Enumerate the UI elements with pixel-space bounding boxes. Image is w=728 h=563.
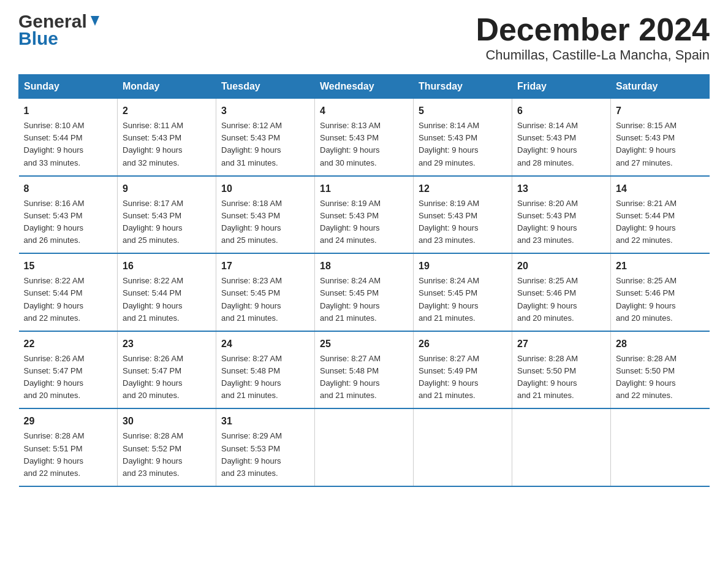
day-info: Sunrise: 8:29 AM Sunset: 5:53 PM Dayligh…	[221, 430, 309, 480]
calendar-cell: 19 Sunrise: 8:24 AM Sunset: 5:45 PM Dayl…	[414, 253, 512, 331]
calendar-cell: 25 Sunrise: 8:27 AM Sunset: 5:48 PM Dayl…	[315, 331, 414, 409]
day-info: Sunrise: 8:26 AM Sunset: 5:47 PM Dayligh…	[123, 353, 211, 402]
calendar-cell: 11 Sunrise: 8:19 AM Sunset: 5:43 PM Dayl…	[315, 176, 414, 254]
svg-marker-0	[91, 16, 99, 26]
calendar-cell	[315, 408, 414, 486]
day-number: 2	[123, 104, 211, 118]
day-number: 8	[24, 182, 113, 196]
calendar-cell: 9 Sunrise: 8:17 AM Sunset: 5:43 PM Dayli…	[118, 176, 216, 254]
day-info: Sunrise: 8:26 AM Sunset: 5:47 PM Dayligh…	[24, 353, 113, 402]
day-info: Sunrise: 8:19 AM Sunset: 5:43 PM Dayligh…	[320, 197, 408, 247]
day-number: 29	[24, 414, 113, 429]
day-number: 31	[221, 414, 309, 429]
calendar-cell: 29 Sunrise: 8:28 AM Sunset: 5:51 PM Dayl…	[19, 408, 118, 486]
calendar-cell: 5 Sunrise: 8:14 AM Sunset: 5:43 PM Dayli…	[414, 99, 512, 176]
day-info: Sunrise: 8:19 AM Sunset: 5:43 PM Dayligh…	[419, 197, 507, 247]
day-info: Sunrise: 8:20 AM Sunset: 5:43 PM Dayligh…	[517, 197, 605, 247]
calendar-cell: 30 Sunrise: 8:28 AM Sunset: 5:52 PM Dayl…	[118, 408, 216, 486]
day-number: 16	[123, 259, 211, 274]
day-info: Sunrise: 8:25 AM Sunset: 5:46 PM Dayligh…	[616, 275, 705, 324]
day-number: 9	[123, 182, 211, 196]
day-number: 19	[419, 259, 507, 274]
day-number: 10	[221, 182, 309, 196]
day-number: 12	[419, 182, 507, 196]
day-number: 24	[221, 337, 309, 351]
calendar-cell: 23 Sunrise: 8:26 AM Sunset: 5:47 PM Dayl…	[118, 331, 216, 409]
day-info: Sunrise: 8:28 AM Sunset: 5:50 PM Dayligh…	[517, 353, 605, 402]
calendar-cell: 28 Sunrise: 8:28 AM Sunset: 5:50 PM Dayl…	[611, 331, 710, 409]
page-subtitle: Chumillas, Castille-La Mancha, Spain	[476, 47, 710, 63]
page-header: General Blue December 2024 Chumillas, Ca…	[18, 12, 710, 63]
calendar-cell: 10 Sunrise: 8:18 AM Sunset: 5:43 PM Dayl…	[216, 176, 315, 254]
calendar-cell: 1 Sunrise: 8:10 AM Sunset: 5:44 PM Dayli…	[19, 99, 118, 176]
day-info: Sunrise: 8:12 AM Sunset: 5:43 PM Dayligh…	[221, 120, 309, 169]
calendar-cell: 14 Sunrise: 8:21 AM Sunset: 5:44 PM Dayl…	[611, 176, 710, 254]
calendar-cell: 7 Sunrise: 8:15 AM Sunset: 5:43 PM Dayli…	[611, 99, 710, 176]
header-monday: Monday	[118, 75, 216, 99]
logo: General Blue	[18, 12, 102, 49]
calendar-cell: 12 Sunrise: 8:19 AM Sunset: 5:43 PM Dayl…	[414, 176, 512, 254]
calendar-week-row: 15 Sunrise: 8:22 AM Sunset: 5:44 PM Dayl…	[19, 253, 710, 331]
calendar-cell: 13 Sunrise: 8:20 AM Sunset: 5:43 PM Dayl…	[512, 176, 611, 254]
calendar-cell: 3 Sunrise: 8:12 AM Sunset: 5:43 PM Dayli…	[216, 99, 315, 176]
day-number: 25	[320, 337, 408, 351]
header-thursday: Thursday	[414, 75, 512, 99]
day-number: 15	[24, 259, 113, 274]
calendar-week-row: 22 Sunrise: 8:26 AM Sunset: 5:47 PM Dayl…	[19, 331, 710, 409]
day-info: Sunrise: 8:24 AM Sunset: 5:45 PM Dayligh…	[320, 275, 408, 324]
day-info: Sunrise: 8:22 AM Sunset: 5:44 PM Dayligh…	[24, 275, 113, 324]
calendar-table: SundayMondayTuesdayWednesdayThursdayFrid…	[18, 74, 710, 487]
calendar-header-row: SundayMondayTuesdayWednesdayThursdayFrid…	[19, 75, 710, 99]
day-number: 30	[123, 414, 211, 429]
day-info: Sunrise: 8:28 AM Sunset: 5:51 PM Dayligh…	[24, 430, 113, 480]
day-number: 4	[320, 104, 408, 118]
calendar-cell: 20 Sunrise: 8:25 AM Sunset: 5:46 PM Dayl…	[512, 253, 611, 331]
calendar-week-row: 8 Sunrise: 8:16 AM Sunset: 5:43 PM Dayli…	[19, 176, 710, 254]
day-number: 21	[616, 259, 705, 274]
calendar-cell	[512, 408, 611, 486]
day-info: Sunrise: 8:16 AM Sunset: 5:43 PM Dayligh…	[24, 197, 113, 247]
day-number: 13	[517, 182, 605, 196]
day-info: Sunrise: 8:15 AM Sunset: 5:43 PM Dayligh…	[616, 120, 705, 169]
day-info: Sunrise: 8:25 AM Sunset: 5:46 PM Dayligh…	[517, 275, 605, 324]
day-info: Sunrise: 8:24 AM Sunset: 5:45 PM Dayligh…	[419, 275, 507, 324]
day-number: 7	[616, 104, 705, 118]
header-friday: Friday	[512, 75, 611, 99]
day-info: Sunrise: 8:18 AM Sunset: 5:43 PM Dayligh…	[221, 197, 309, 247]
day-number: 11	[320, 182, 408, 196]
day-info: Sunrise: 8:22 AM Sunset: 5:44 PM Dayligh…	[123, 275, 211, 324]
day-info: Sunrise: 8:27 AM Sunset: 5:48 PM Dayligh…	[320, 353, 408, 402]
calendar-cell: 8 Sunrise: 8:16 AM Sunset: 5:43 PM Dayli…	[19, 176, 118, 254]
day-info: Sunrise: 8:21 AM Sunset: 5:44 PM Dayligh…	[616, 197, 705, 247]
header-sunday: Sunday	[19, 75, 118, 99]
calendar-cell: 21 Sunrise: 8:25 AM Sunset: 5:46 PM Dayl…	[611, 253, 710, 331]
calendar-cell	[414, 408, 512, 486]
calendar-cell: 6 Sunrise: 8:14 AM Sunset: 5:43 PM Dayli…	[512, 99, 611, 176]
day-number: 20	[517, 259, 605, 274]
page-title: December 2024	[476, 12, 710, 47]
day-info: Sunrise: 8:10 AM Sunset: 5:44 PM Dayligh…	[24, 120, 113, 169]
header-saturday: Saturday	[611, 75, 710, 99]
calendar-cell: 4 Sunrise: 8:13 AM Sunset: 5:43 PM Dayli…	[315, 99, 414, 176]
calendar-cell: 16 Sunrise: 8:22 AM Sunset: 5:44 PM Dayl…	[118, 253, 216, 331]
day-info: Sunrise: 8:14 AM Sunset: 5:43 PM Dayligh…	[419, 120, 507, 169]
day-number: 14	[616, 182, 705, 196]
calendar-cell: 24 Sunrise: 8:27 AM Sunset: 5:48 PM Dayl…	[216, 331, 315, 409]
day-number: 26	[419, 337, 507, 351]
day-info: Sunrise: 8:27 AM Sunset: 5:49 PM Dayligh…	[419, 353, 507, 402]
calendar-cell: 15 Sunrise: 8:22 AM Sunset: 5:44 PM Dayl…	[19, 253, 118, 331]
day-info: Sunrise: 8:13 AM Sunset: 5:43 PM Dayligh…	[320, 120, 408, 169]
day-info: Sunrise: 8:17 AM Sunset: 5:43 PM Dayligh…	[123, 197, 211, 247]
calendar-cell: 18 Sunrise: 8:24 AM Sunset: 5:45 PM Dayl…	[315, 253, 414, 331]
day-number: 3	[221, 104, 309, 118]
calendar-week-row: 1 Sunrise: 8:10 AM Sunset: 5:44 PM Dayli…	[19, 99, 710, 176]
day-number: 1	[24, 104, 113, 118]
title-block: December 2024 Chumillas, Castille-La Man…	[476, 12, 710, 63]
calendar-cell: 27 Sunrise: 8:28 AM Sunset: 5:50 PM Dayl…	[512, 331, 611, 409]
logo-blue: Blue	[18, 28, 58, 49]
day-number: 5	[419, 104, 507, 118]
calendar-cell	[611, 408, 710, 486]
header-tuesday: Tuesday	[216, 75, 315, 99]
calendar-cell: 2 Sunrise: 8:11 AM Sunset: 5:43 PM Dayli…	[118, 99, 216, 176]
calendar-cell: 22 Sunrise: 8:26 AM Sunset: 5:47 PM Dayl…	[19, 331, 118, 409]
